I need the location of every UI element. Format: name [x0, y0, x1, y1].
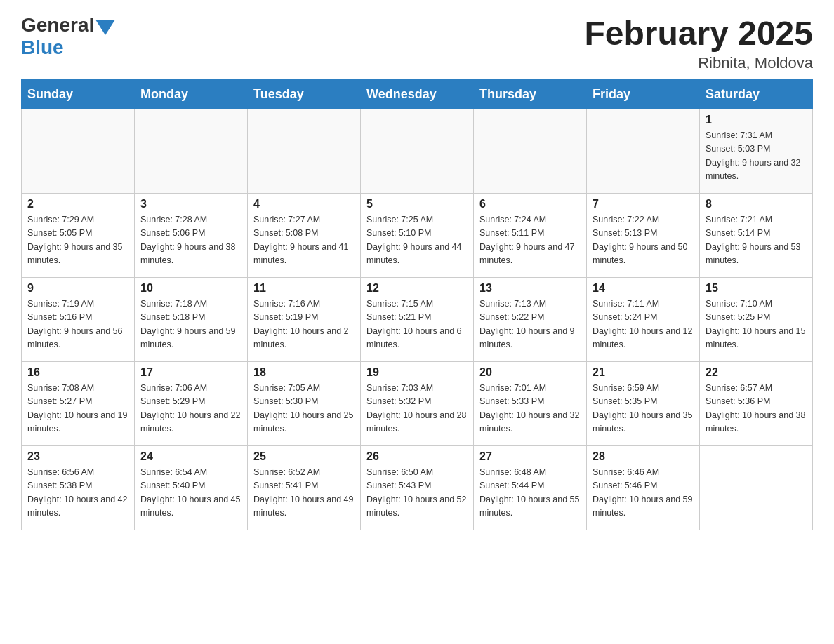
calendar-cell: 1Sunrise: 7:31 AMSunset: 5:03 PMDaylight… [700, 109, 813, 194]
calendar-body: 1Sunrise: 7:31 AMSunset: 5:03 PMDaylight… [22, 109, 813, 530]
day-number: 12 [366, 282, 468, 295]
calendar-cell [474, 109, 587, 194]
day-number: 9 [27, 282, 128, 295]
month-title: February 2025 [584, 14, 813, 53]
logo-general-text: General [21, 14, 94, 36]
day-number: 3 [140, 198, 241, 210]
calendar-week-row: 9Sunrise: 7:19 AMSunset: 5:16 PMDaylight… [22, 278, 813, 362]
calendar-cell: 9Sunrise: 7:19 AMSunset: 5:16 PMDaylight… [22, 278, 135, 362]
day-info: Sunrise: 7:31 AMSunset: 5:03 PMDaylight:… [706, 129, 807, 184]
day-number: 5 [366, 198, 468, 210]
day-number: 16 [27, 366, 128, 379]
day-info: Sunrise: 7:05 AMSunset: 5:30 PMDaylight:… [253, 382, 355, 436]
calendar-cell: 3Sunrise: 7:28 AMSunset: 5:06 PMDaylight… [135, 194, 248, 278]
calendar-cell [361, 109, 474, 194]
calendar-header-thursday: Thursday [474, 80, 587, 109]
calendar-cell: 25Sunrise: 6:52 AMSunset: 5:41 PMDayligh… [248, 446, 361, 530]
day-number: 13 [479, 282, 581, 295]
day-info: Sunrise: 6:52 AMSunset: 5:41 PMDaylight:… [253, 466, 355, 521]
day-number: 28 [593, 450, 694, 463]
day-number: 2 [27, 198, 128, 210]
day-number: 18 [253, 366, 355, 379]
day-info: Sunrise: 7:10 AMSunset: 5:25 PMDaylight:… [706, 297, 807, 352]
calendar-cell: 4Sunrise: 7:27 AMSunset: 5:08 PMDaylight… [248, 194, 361, 278]
day-number: 17 [140, 366, 241, 379]
calendar-week-row: 1Sunrise: 7:31 AMSunset: 5:03 PMDaylight… [22, 109, 813, 194]
day-number: 4 [253, 198, 355, 210]
day-info: Sunrise: 7:06 AMSunset: 5:29 PMDaylight:… [140, 382, 241, 436]
page-header: General Blue February 2025 Ribnita, Mold… [21, 14, 813, 72]
day-info: Sunrise: 7:24 AMSunset: 5:11 PMDaylight:… [479, 213, 581, 268]
day-info: Sunrise: 6:59 AMSunset: 5:35 PMDaylight:… [593, 382, 694, 436]
logo: General Blue [21, 14, 115, 59]
day-info: Sunrise: 6:46 AMSunset: 5:46 PMDaylight:… [593, 466, 694, 521]
day-number: 7 [593, 198, 694, 210]
calendar-cell: 13Sunrise: 7:13 AMSunset: 5:22 PMDayligh… [474, 278, 587, 362]
day-info: Sunrise: 7:29 AMSunset: 5:05 PMDaylight:… [27, 213, 128, 268]
day-info: Sunrise: 7:25 AMSunset: 5:10 PMDaylight:… [366, 213, 468, 268]
day-number: 23 [27, 450, 128, 463]
day-number: 25 [253, 450, 355, 463]
day-info: Sunrise: 6:54 AMSunset: 5:40 PMDaylight:… [140, 466, 241, 521]
day-number: 10 [140, 282, 241, 295]
calendar-header-wednesday: Wednesday [361, 80, 474, 109]
day-info: Sunrise: 7:16 AMSunset: 5:19 PMDaylight:… [253, 297, 355, 352]
calendar-cell: 24Sunrise: 6:54 AMSunset: 5:40 PMDayligh… [135, 446, 248, 530]
calendar-cell: 20Sunrise: 7:01 AMSunset: 5:33 PMDayligh… [474, 362, 587, 446]
calendar-cell [248, 109, 361, 194]
day-info: Sunrise: 6:48 AMSunset: 5:44 PMDaylight:… [479, 466, 581, 521]
day-number: 24 [140, 450, 241, 463]
calendar-week-row: 2Sunrise: 7:29 AMSunset: 5:05 PMDaylight… [22, 194, 813, 278]
day-info: Sunrise: 7:08 AMSunset: 5:27 PMDaylight:… [27, 382, 128, 436]
day-number: 22 [706, 366, 807, 379]
calendar-week-row: 16Sunrise: 7:08 AMSunset: 5:27 PMDayligh… [22, 362, 813, 446]
day-info: Sunrise: 7:27 AMSunset: 5:08 PMDaylight:… [253, 213, 355, 268]
calendar-cell: 8Sunrise: 7:21 AMSunset: 5:14 PMDaylight… [700, 194, 813, 278]
calendar-header-tuesday: Tuesday [248, 80, 361, 109]
calendar-cell: 7Sunrise: 7:22 AMSunset: 5:13 PMDaylight… [587, 194, 700, 278]
day-number: 15 [706, 282, 807, 295]
calendar-week-row: 23Sunrise: 6:56 AMSunset: 5:38 PMDayligh… [22, 446, 813, 530]
calendar-cell [587, 109, 700, 194]
day-info: Sunrise: 6:56 AMSunset: 5:38 PMDaylight:… [27, 466, 128, 521]
day-info: Sunrise: 7:15 AMSunset: 5:21 PMDaylight:… [366, 297, 468, 352]
day-number: 19 [366, 366, 468, 379]
title-section: February 2025 Ribnita, Moldova [584, 14, 813, 72]
calendar-table: SundayMondayTuesdayWednesdayThursdayFrid… [21, 79, 813, 530]
day-number: 20 [479, 366, 581, 379]
logo-blue-text: Blue [21, 36, 115, 59]
calendar-cell: 6Sunrise: 7:24 AMSunset: 5:11 PMDaylight… [474, 194, 587, 278]
calendar-cell: 22Sunrise: 6:57 AMSunset: 5:36 PMDayligh… [700, 362, 813, 446]
day-info: Sunrise: 7:13 AMSunset: 5:22 PMDaylight:… [479, 297, 581, 352]
day-info: Sunrise: 7:21 AMSunset: 5:14 PMDaylight:… [706, 213, 807, 268]
day-info: Sunrise: 7:28 AMSunset: 5:06 PMDaylight:… [140, 213, 241, 268]
calendar-cell: 27Sunrise: 6:48 AMSunset: 5:44 PMDayligh… [474, 446, 587, 530]
calendar-cell: 18Sunrise: 7:05 AMSunset: 5:30 PMDayligh… [248, 362, 361, 446]
logo-triangle-icon [95, 20, 115, 35]
day-info: Sunrise: 7:01 AMSunset: 5:33 PMDaylight:… [479, 382, 581, 436]
day-info: Sunrise: 6:57 AMSunset: 5:36 PMDaylight:… [706, 382, 807, 436]
day-number: 6 [479, 198, 581, 210]
calendar-cell [700, 446, 813, 530]
day-info: Sunrise: 7:18 AMSunset: 5:18 PMDaylight:… [140, 297, 241, 352]
calendar-cell: 21Sunrise: 6:59 AMSunset: 5:35 PMDayligh… [587, 362, 700, 446]
day-info: Sunrise: 7:03 AMSunset: 5:32 PMDaylight:… [366, 382, 468, 436]
day-info: Sunrise: 6:50 AMSunset: 5:43 PMDaylight:… [366, 466, 468, 521]
calendar-cell [135, 109, 248, 194]
day-number: 21 [593, 366, 694, 379]
day-number: 26 [366, 450, 468, 463]
calendar-header-friday: Friday [587, 80, 700, 109]
calendar-header-row: SundayMondayTuesdayWednesdayThursdayFrid… [22, 80, 813, 109]
day-number: 1 [706, 114, 807, 126]
day-number: 27 [479, 450, 581, 463]
calendar-cell: 15Sunrise: 7:10 AMSunset: 5:25 PMDayligh… [700, 278, 813, 362]
calendar-cell: 2Sunrise: 7:29 AMSunset: 5:05 PMDaylight… [22, 194, 135, 278]
calendar-cell: 11Sunrise: 7:16 AMSunset: 5:19 PMDayligh… [248, 278, 361, 362]
calendar-cell: 10Sunrise: 7:18 AMSunset: 5:18 PMDayligh… [135, 278, 248, 362]
calendar-cell: 5Sunrise: 7:25 AMSunset: 5:10 PMDaylight… [361, 194, 474, 278]
day-info: Sunrise: 7:11 AMSunset: 5:24 PMDaylight:… [593, 297, 694, 352]
day-number: 14 [593, 282, 694, 295]
calendar-cell: 26Sunrise: 6:50 AMSunset: 5:43 PMDayligh… [361, 446, 474, 530]
calendar-cell: 16Sunrise: 7:08 AMSunset: 5:27 PMDayligh… [22, 362, 135, 446]
calendar-cell: 17Sunrise: 7:06 AMSunset: 5:29 PMDayligh… [135, 362, 248, 446]
